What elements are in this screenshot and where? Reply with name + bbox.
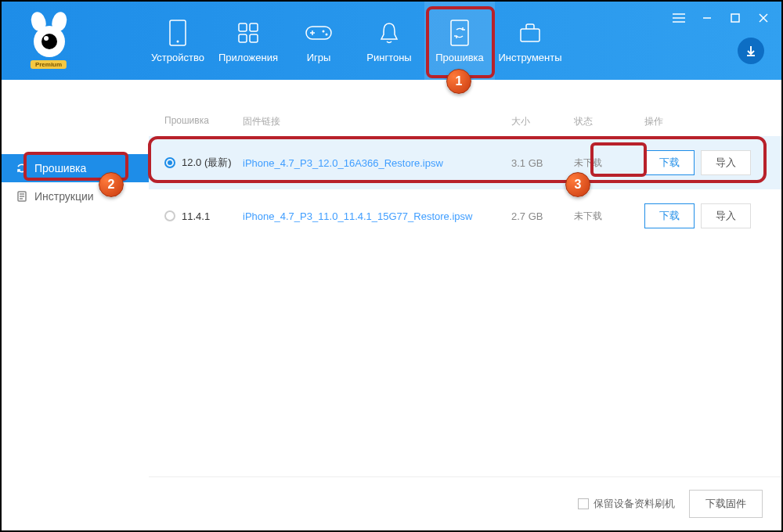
games-icon bbox=[305, 19, 333, 47]
firmware-status: 未下载 bbox=[574, 156, 644, 170]
step-badge-3: 3 bbox=[565, 172, 590, 197]
nav-apps[interactable]: Приложения bbox=[213, 2, 283, 80]
nav-label: Инструменты bbox=[498, 52, 561, 63]
nav-ringtones[interactable]: Рингтоны bbox=[354, 2, 424, 80]
checkbox-label: 保留设备资料刷机 bbox=[594, 497, 675, 511]
header-action: 操作 bbox=[644, 115, 770, 128]
nav-label: Прошивка bbox=[435, 52, 484, 63]
svg-rect-12 bbox=[521, 29, 539, 41]
svg-rect-3 bbox=[250, 23, 258, 31]
refresh-icon bbox=[16, 162, 28, 174]
row-actions: 下载 导入 bbox=[644, 203, 770, 228]
app-logo: Premium bbox=[2, 2, 96, 80]
device-icon bbox=[164, 19, 192, 47]
svg-rect-2 bbox=[239, 23, 247, 31]
sidebar-item-firmware[interactable]: Прошивка bbox=[2, 154, 149, 182]
download-button[interactable]: 下载 bbox=[644, 150, 695, 175]
nav-label: Игры bbox=[307, 52, 331, 63]
window-controls bbox=[669, 8, 774, 28]
main-nav: Устройство Приложения Игры Рингтоны Прош… bbox=[143, 2, 565, 80]
maximize-icon[interactable] bbox=[725, 8, 745, 28]
svg-rect-17 bbox=[731, 14, 739, 22]
svg-rect-11 bbox=[451, 20, 468, 45]
nav-label: Приложения bbox=[218, 52, 278, 63]
footer-bar: 保留设备资料刷机 下载固件 bbox=[149, 476, 781, 530]
table-row[interactable]: 11.4.1 iPhone_4.7_P3_11.0_11.4.1_15G77_R… bbox=[149, 189, 781, 243]
header-link: 固件链接 bbox=[243, 115, 511, 128]
premium-badge: Premium bbox=[31, 60, 67, 69]
document-icon bbox=[16, 190, 28, 203]
header-firmware: Прошивка bbox=[164, 115, 243, 128]
row-actions: 下载 导入 bbox=[644, 150, 770, 175]
radio-button[interactable] bbox=[164, 210, 175, 221]
close-icon[interactable] bbox=[753, 8, 774, 28]
checkbox-icon bbox=[578, 498, 589, 509]
tools-icon bbox=[516, 19, 544, 47]
nav-games[interactable]: Игры bbox=[283, 2, 354, 80]
firmware-link[interactable]: iPhone_4.7_P3_12.0_16A366_Restore.ipsw bbox=[243, 157, 511, 169]
nav-label: Рингтоны bbox=[366, 52, 411, 63]
content-area: Прошивка Инструкции Прошивка 固件链接 大小 状态 … bbox=[2, 80, 781, 530]
main-panel: Прошивка 固件链接 大小 状态 操作 12.0 (最新) iPhone_… bbox=[149, 80, 781, 530]
table-header: Прошивка 固件链接 大小 状态 操作 bbox=[149, 107, 781, 136]
row-firmware: 12.0 (最新) bbox=[164, 156, 243, 170]
download-button[interactable]: 下载 bbox=[644, 203, 695, 228]
radio-button[interactable] bbox=[164, 157, 175, 168]
minimize-icon[interactable] bbox=[697, 8, 717, 28]
firmware-version: 11.4.1 bbox=[182, 210, 210, 222]
firmware-version: 12.0 (最新) bbox=[182, 156, 232, 170]
row-firmware: 11.4.1 bbox=[164, 210, 243, 222]
app-header: Premium Устройство Приложения Игры bbox=[2, 2, 781, 80]
ringtones-icon bbox=[375, 19, 403, 47]
svg-point-1 bbox=[177, 40, 179, 42]
firmware-link[interactable]: iPhone_4.7_P3_11.0_11.4.1_15G77_Restore.… bbox=[243, 210, 511, 222]
apps-icon bbox=[234, 19, 262, 47]
download-circle-button[interactable] bbox=[738, 38, 764, 64]
svg-rect-5 bbox=[250, 34, 258, 42]
table-row[interactable]: 12.0 (最新) iPhone_4.7_P3_12.0_16A366_Rest… bbox=[149, 136, 781, 189]
step-badge-1: 1 bbox=[446, 69, 471, 94]
download-firmware-button[interactable]: 下载固件 bbox=[689, 490, 763, 518]
step-badge-2: 2 bbox=[99, 172, 124, 197]
svg-rect-6 bbox=[306, 27, 331, 39]
sidebar-label: Прошивка bbox=[34, 162, 86, 174]
keep-data-checkbox[interactable]: 保留设备资料刷机 bbox=[578, 497, 675, 511]
svg-rect-4 bbox=[239, 34, 247, 42]
firmware-status: 未下载 bbox=[574, 210, 644, 223]
nav-tools[interactable]: Инструменты bbox=[495, 2, 565, 80]
header-status: 状态 bbox=[574, 115, 644, 128]
sidebar: Прошивка Инструкции bbox=[2, 80, 149, 530]
import-button[interactable]: 导入 bbox=[701, 150, 751, 175]
nav-firmware[interactable]: Прошивка bbox=[424, 2, 495, 80]
nav-label: Устройство bbox=[151, 52, 204, 63]
import-button[interactable]: 导入 bbox=[701, 203, 751, 228]
svg-point-9 bbox=[323, 30, 325, 32]
svg-point-10 bbox=[326, 33, 328, 35]
nav-device[interactable]: Устройство bbox=[143, 2, 213, 80]
firmware-size: 3.1 GB bbox=[511, 157, 574, 169]
sidebar-label: Инструкции bbox=[34, 190, 94, 203]
header-size: 大小 bbox=[511, 115, 574, 128]
firmware-size: 2.7 GB bbox=[511, 210, 574, 222]
firmware-icon bbox=[446, 19, 474, 47]
menu-icon[interactable] bbox=[669, 8, 689, 28]
sidebar-item-instructions[interactable]: Инструкции bbox=[2, 182, 149, 210]
